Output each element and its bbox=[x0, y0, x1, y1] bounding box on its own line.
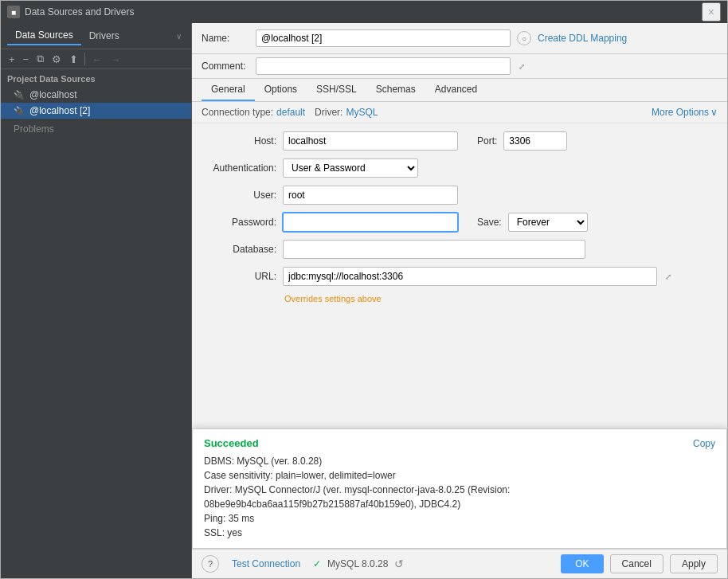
name-field-row: Name: ○ Create DDL Mapping bbox=[202, 29, 627, 47]
tab-data-sources[interactable]: Data Sources bbox=[7, 26, 81, 45]
copy-datasource-button[interactable]: ⧉ bbox=[33, 51, 47, 67]
refresh-icon[interactable]: ↺ bbox=[394, 557, 404, 570]
mysql-icon-1: 🔌 bbox=[14, 90, 25, 100]
comment-input[interactable] bbox=[256, 57, 511, 75]
form-tabs: General Options SSH/SSL Schemas Advanced bbox=[192, 79, 727, 102]
form-area: Host: Port: Authentication: User & Passw… bbox=[192, 123, 727, 549]
right-header: Name: ○ Create DDL Mapping bbox=[192, 23, 727, 54]
expand-comment-icon[interactable]: ⤢ bbox=[519, 62, 525, 71]
url-row: URL: ⤢ bbox=[205, 267, 714, 286]
tab-schemas[interactable]: Schemas bbox=[366, 79, 425, 101]
datasource-label-localhost2: @localhost [2] bbox=[29, 105, 90, 116]
success-header: Succeeded Copy bbox=[204, 437, 715, 449]
database-input[interactable] bbox=[283, 240, 585, 259]
name-label: Name: bbox=[202, 33, 249, 44]
more-options-button[interactable]: More Options ∨ bbox=[652, 107, 718, 118]
connection-type-bar: Connection type: default Driver: MySQL M… bbox=[192, 102, 727, 123]
bottom-bar-right: OK Cancel Apply bbox=[561, 554, 718, 573]
export-datasource-button[interactable]: ⬆ bbox=[66, 52, 81, 67]
auth-label: Authentication: bbox=[205, 162, 276, 174]
problems-label: Problems bbox=[14, 123, 54, 135]
port-input[interactable] bbox=[503, 131, 567, 151]
name-action-button[interactable]: ○ bbox=[517, 31, 531, 45]
mysql-version: MySQL 8.0.28 bbox=[327, 558, 388, 569]
comment-row: Comment: ⤢ bbox=[192, 54, 727, 79]
datasource-item-localhost2[interactable]: 🔌 @localhost [2] bbox=[1, 103, 191, 119]
left-tabs-arrow[interactable]: ∨ bbox=[173, 29, 185, 44]
tab-ssh-ssl[interactable]: SSH/SSL bbox=[307, 79, 366, 101]
app-icon: ■ bbox=[7, 6, 20, 18]
config-datasource-button[interactable]: ⚙ bbox=[49, 52, 65, 67]
success-popup: Succeeded Copy DBMS: MySQL (ver. 8.0.28)… bbox=[192, 428, 727, 549]
success-title: Succeeded bbox=[204, 437, 259, 449]
mysql-icon-2: 🔌 bbox=[14, 106, 25, 116]
bottom-bar-left: ? Test Connection ✓ MySQL 8.0.28 ↺ bbox=[202, 555, 404, 573]
left-panel-header: Data Sources Drivers ∨ bbox=[1, 23, 191, 49]
port-label: Port: bbox=[477, 135, 497, 147]
host-label: Host: bbox=[205, 135, 276, 147]
tab-drivers[interactable]: Drivers bbox=[81, 26, 127, 45]
cancel-button[interactable]: Cancel bbox=[610, 554, 663, 573]
title-bar-left: ■ Data Sources and Drivers bbox=[7, 6, 134, 18]
add-datasource-button[interactable]: + bbox=[6, 52, 18, 67]
bottom-bar: ? Test Connection ✓ MySQL 8.0.28 ↺ OK Ca… bbox=[192, 549, 727, 578]
success-line-3: 08be9e9b4cba6aa115f9b27b215887af40b159e0… bbox=[204, 497, 715, 511]
url-label: URL: bbox=[205, 271, 276, 282]
left-toolbar: + − ⧉ ⚙ ⬆ ← → bbox=[1, 49, 191, 69]
back-button[interactable]: ← bbox=[88, 52, 105, 67]
save-select[interactable]: Forever Until restart Never bbox=[508, 213, 588, 232]
datasource-label-localhost: @localhost bbox=[29, 89, 77, 100]
project-datasources-label: Project Data Sources bbox=[1, 69, 191, 87]
datasource-item-localhost[interactable]: 🔌 @localhost bbox=[1, 87, 191, 103]
left-tabs: Data Sources Drivers bbox=[7, 26, 127, 45]
left-panel: Data Sources Drivers ∨ + − ⧉ ⚙ ⬆ ← → Pro… bbox=[1, 23, 192, 578]
dialog-window: ■ Data Sources and Drivers × Data Source… bbox=[0, 0, 728, 579]
password-label: Password: bbox=[205, 217, 276, 228]
chevron-down-icon: ∨ bbox=[710, 107, 718, 118]
comment-label: Comment: bbox=[202, 61, 249, 72]
host-port-row: Host: Port: bbox=[205, 131, 714, 151]
close-button[interactable]: × bbox=[702, 2, 721, 22]
main-content: Data Sources Drivers ∨ + − ⧉ ⚙ ⬆ ← → Pro… bbox=[1, 23, 727, 578]
save-label: Save: bbox=[477, 217, 502, 228]
tab-general[interactable]: General bbox=[202, 79, 255, 101]
more-options-label: More Options bbox=[652, 107, 709, 118]
remove-datasource-button[interactable]: − bbox=[20, 52, 33, 67]
help-button[interactable]: ? bbox=[202, 555, 219, 573]
copy-button[interactable]: Copy bbox=[693, 438, 715, 449]
toolbar-separator bbox=[84, 53, 85, 65]
success-line-4: Ping: 35 ms bbox=[204, 511, 715, 526]
tab-advanced[interactable]: Advanced bbox=[425, 79, 487, 101]
user-label: User: bbox=[205, 190, 276, 201]
password-row: Password: Save: Forever Until restart Ne… bbox=[205, 213, 714, 232]
conn-type-label: Connection type: bbox=[202, 107, 273, 118]
success-line-0: DBMS: MySQL (ver. 8.0.28) bbox=[204, 454, 715, 468]
success-line-1: Case sensitivity: plain=lower, delimited… bbox=[204, 468, 715, 483]
name-input[interactable] bbox=[256, 29, 511, 47]
expand-url-icon[interactable]: ⤢ bbox=[665, 272, 671, 281]
test-connection-button[interactable]: Test Connection bbox=[225, 556, 307, 572]
database-row: Database: bbox=[205, 240, 714, 259]
create-ddl-link[interactable]: Create DDL Mapping bbox=[538, 33, 627, 44]
auth-row: Authentication: User & Password No auth … bbox=[205, 158, 714, 178]
dialog-title: Data Sources and Drivers bbox=[25, 6, 134, 18]
driver-label: Driver: bbox=[315, 107, 342, 118]
conn-type-value[interactable]: default bbox=[276, 107, 305, 118]
conn-type-left: Connection type: default Driver: MySQL bbox=[202, 107, 378, 118]
url-input[interactable] bbox=[283, 267, 657, 286]
ok-button[interactable]: OK bbox=[561, 554, 603, 573]
host-input[interactable] bbox=[283, 131, 458, 151]
password-input[interactable] bbox=[283, 213, 458, 232]
user-row: User: bbox=[205, 186, 714, 205]
overrides-text: Overrides settings above bbox=[205, 294, 714, 303]
database-label: Database: bbox=[205, 244, 276, 255]
problems-section: Problems bbox=[1, 119, 191, 138]
driver-value[interactable]: MySQL bbox=[346, 107, 378, 118]
success-line-5: SSL: yes bbox=[204, 526, 715, 540]
tab-options[interactable]: Options bbox=[255, 79, 307, 101]
right-panel: Name: ○ Create DDL Mapping Comment: ⤢ Ge… bbox=[192, 23, 727, 578]
forward-button[interactable]: → bbox=[107, 52, 123, 67]
auth-select[interactable]: User & Password No auth Windows credenti… bbox=[283, 158, 418, 178]
apply-button[interactable]: Apply bbox=[670, 554, 718, 573]
user-input[interactable] bbox=[283, 186, 458, 205]
